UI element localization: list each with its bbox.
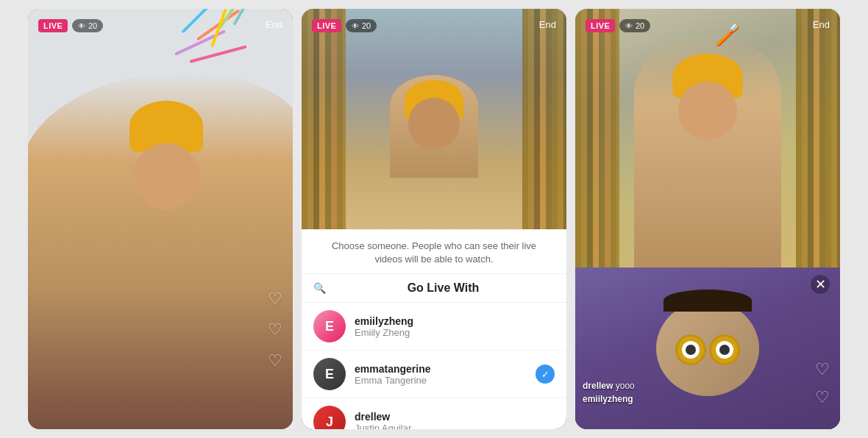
user-info-emiilyzheng: emiilyzheng Emiily Zheng <box>355 315 555 338</box>
panel-1: LIVE 👁 20 End ♡ ♡ ♡ <box>28 9 293 429</box>
panel2-content: Choose someone. People who can see their… <box>302 229 566 429</box>
avatar-emmatangerine: E <box>313 358 346 390</box>
go-live-title: Go Live With <box>332 281 555 295</box>
curly-hair <box>664 290 752 312</box>
avatar-drellew: J <box>313 406 346 429</box>
panel-3: 🪥 LIVE 👁 20 End <box>575 9 840 429</box>
hearts-container: ♡ ♡ ♡ <box>268 290 282 370</box>
user-info-drellew: drellew Justin Aguilar <box>355 411 555 429</box>
username-drellew: drellew <box>355 411 555 423</box>
panel3-bottom: ✕ drellew yooo emiilyzheng ♡ ♡ <box>575 268 840 429</box>
heart-icon-3[interactable]: ♡ <box>268 351 282 370</box>
chat-text-1: yooo <box>616 381 635 391</box>
heart-p3-1[interactable]: ♡ <box>815 360 830 379</box>
user-item-emmatangerine[interactable]: E emmatangerine Emma Tangerine ✓ <box>302 351 566 398</box>
panel2-eye-icon: 👁 <box>352 22 359 30</box>
eye-icon: 👁 <box>78 22 85 30</box>
end-button[interactable]: End <box>266 19 282 30</box>
chat-msg-2: emiilyzheng <box>583 394 635 404</box>
panel2-end-button[interactable]: End <box>539 19 556 30</box>
heart-p3-2[interactable]: ♡ <box>815 388 830 407</box>
search-row: 🔍 Go Live With <box>302 274 566 303</box>
username-emmatangerine: emmatangerine <box>355 363 536 375</box>
panel2-viewer-count: 👁 20 <box>346 19 377 32</box>
heart-icon-2[interactable]: ♡ <box>268 320 282 340</box>
displayname-emmatangerine: Emma Tangerine <box>355 375 536 386</box>
panel-2: LIVE 👁 20 End Choose someone. People who… <box>302 9 566 429</box>
ar-brush: 🪥 <box>715 23 741 47</box>
user-item-drellew[interactable]: J drellew Justin Aguilar <box>302 398 566 429</box>
chat-user-2: emiilyzheng <box>583 394 633 404</box>
panel3-live-badge: LIVE <box>586 19 615 32</box>
user-info-emmatangerine: emmatangerine Emma Tangerine <box>355 363 536 386</box>
close-button[interactable]: ✕ <box>811 275 830 294</box>
panel3-eye-icon: 👁 <box>625 22 633 30</box>
chat-msg-1: drellew yooo <box>583 381 635 391</box>
avatar-emiilyzheng: E <box>313 310 346 342</box>
panel2-live-badge: LIVE <box>312 19 341 32</box>
chat-messages: drellew yooo emiilyzheng <box>583 381 635 407</box>
panel3-end-button[interactable]: End <box>813 19 830 30</box>
person-face-p3 <box>678 82 737 140</box>
viewer-count: 👁 20 <box>72 19 103 32</box>
user-item-emiilyzheng[interactable]: E emiilyzheng Emiily Zheng <box>302 303 566 351</box>
selected-check: ✓ <box>536 365 555 384</box>
panel2-video: LIVE 👁 20 End <box>302 9 566 229</box>
displayname-emiilyzheng: Emiily Zheng <box>355 327 555 338</box>
live-badge: LIVE <box>38 19 68 32</box>
username-emiilyzheng: emiilyzheng <box>355 315 555 327</box>
panel3-viewer-count: 👁 20 <box>619 19 650 32</box>
hearts-right-p3: ♡ ♡ <box>815 360 830 407</box>
person-face <box>133 143 199 209</box>
user-list: E emiilyzheng Emiily Zheng E emmatangeri… <box>302 303 566 429</box>
search-icon[interactable]: 🔍 <box>313 282 326 294</box>
heart-icon-1[interactable]: ♡ <box>268 290 282 309</box>
chat-user-1: drellew <box>583 381 613 391</box>
panel3-top: 🪥 LIVE 👁 20 End <box>575 9 840 268</box>
choose-text: Choose someone. People who can see their… <box>302 229 566 274</box>
displayname-drellew: Justin Aguilar <box>355 423 555 429</box>
glasses-face <box>656 301 759 396</box>
glasses <box>675 334 740 365</box>
